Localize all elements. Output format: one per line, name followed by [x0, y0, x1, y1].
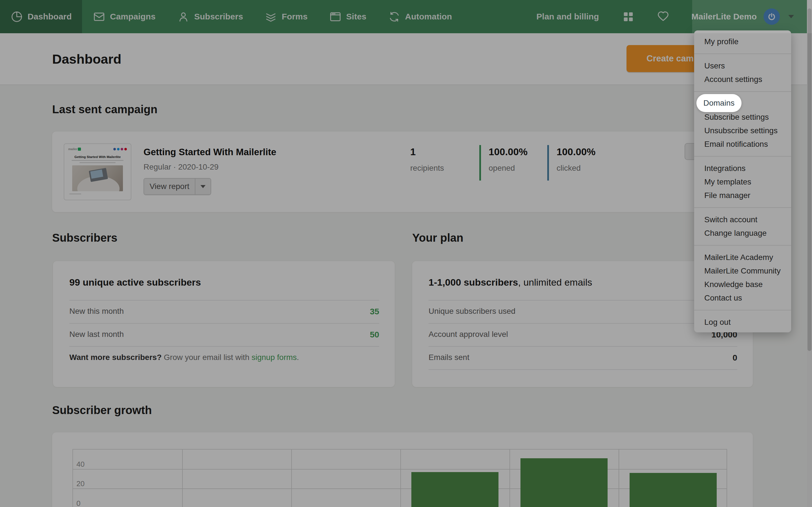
- tour-dim-overlay: [0, 0, 812, 507]
- account-trigger-spotlight: [692, 0, 812, 33]
- mailerlite-dashboard-page: Dashboard Campaigns Subscribers Forms Si…: [0, 0, 812, 507]
- menu-item-domains-highlighted[interactable]: Domains: [696, 94, 742, 112]
